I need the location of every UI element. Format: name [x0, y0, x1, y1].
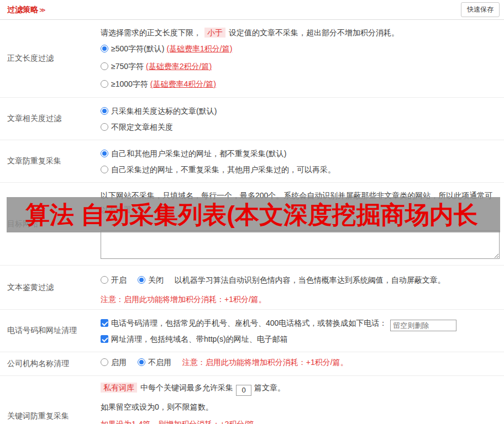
option-relevance-unlimited[interactable]: 不限定文章相关度 — [101, 119, 500, 135]
page-title[interactable]: 过滤策略≫ — [7, 5, 46, 15]
dedup-self-label: 自己采集过的网址，不重复采集，其他用户采集过的，可以再采。 — [111, 165, 335, 174]
row-label-article-dedup: 文章防重复采集 — [0, 140, 94, 182]
radio-750-chars[interactable] — [101, 62, 108, 70]
radio-relevance-default[interactable] — [101, 107, 108, 115]
option-500-label: ≥500字符(默认) — [111, 44, 164, 53]
row-label-text-length: 正文长度过滤 — [0, 20, 94, 97]
option-company-off[interactable]: 不启用 — [138, 358, 174, 367]
phone-clean-line: 电话号码清理，包括常见的手机号、座机号、400电话格式，或替换成如下电话： — [101, 315, 500, 331]
dedup-all-label: 自己和其他用户采集过的网址，都不重复采集(默认) — [111, 149, 286, 158]
phone-clean-label: 电话号码清理，包括常见的手机号、座机号、400电话格式，或替换成如下电话： — [111, 319, 387, 327]
option-url-clean[interactable]: 网址清理，包括纯域名、带http(s)的网址、电子邮箱 — [101, 335, 288, 343]
company-clean-note: 注意：启用此功能将增加积分消耗：+1积分/篇。 — [182, 358, 348, 367]
row-keyword-dedup: 关键词防重复采集 私有词库中每个关键词最多允许采集篇文章。 如果留空或设为0，则… — [0, 376, 504, 424]
option-500-fee: (基础费率1积分/篇) — [166, 44, 232, 53]
overlay-banner-text: 算法 自动采集列表(本文深度挖掘商场内长 — [7, 199, 478, 231]
company-on-label: 启用 — [111, 358, 127, 367]
row-label-company-clean: 公司机构名称清理 — [0, 352, 94, 375]
row-label-keyword-dedup: 关键词防重复采集 — [0, 376, 94, 424]
filter-strategy-page: 过滤策略≫ 快速保存 正文长度过滤 请选择需求的正文长度下限，小于设定值的文章不… — [0, 0, 504, 424]
company-off-label: 不启用 — [148, 358, 171, 367]
option-1000-chars[interactable]: ≥1000字符(基础费率4积分/篇) — [101, 75, 500, 93]
radio-500-chars[interactable] — [101, 45, 108, 52]
keyword-limit-input[interactable] — [236, 385, 251, 396]
option-750-label: ≥750字符 — [111, 62, 144, 71]
option-1000-fee: (基础费率4积分/篇) — [150, 80, 216, 88]
row-article-dedup: 文章防重复采集 自己和其他用户采集过的网址，都不重复采集(默认) 自己采集过的网… — [0, 140, 504, 183]
checkbox-url-clean[interactable] — [101, 335, 108, 343]
less-than-chip: 小于 — [204, 28, 225, 38]
quick-save-button[interactable]: 快速保存 — [461, 2, 500, 17]
row-phone-url-clean: 电话号码和网址清理 电话号码清理，包括常见的手机号、座机号、400电话格式，或替… — [0, 310, 504, 352]
keyword-limit-suffix: 篇文章。 — [254, 383, 285, 392]
row-label-porn-filter: 文本鉴黄过滤 — [0, 266, 94, 309]
company-clean-line: 启用 不启用 注意：启用此功能将增加积分消耗：+1积分/篇。 — [101, 358, 500, 368]
option-500-chars[interactable]: ≥500字符(默认)(基础费率1积分/篇) — [101, 40, 500, 57]
private-lexicon-chip: 私有词库 — [101, 383, 137, 393]
radio-company-on[interactable] — [101, 358, 108, 366]
relevance-unlimited-label: 不限定文章相关度 — [111, 123, 173, 131]
desc-post: 设定值的文章不采集，超出部分不增加积分消耗。 — [229, 28, 399, 37]
radio-1000-chars[interactable] — [101, 80, 108, 88]
relevance-default-label: 只采集相关度达标的文章(默认) — [111, 107, 217, 115]
topbar: 过滤策略≫ 快速保存 — [0, 0, 504, 20]
overlay-banner: 算法 自动采集列表(本文深度挖掘商场内长 — [7, 197, 500, 232]
row-label-phone-url: 电话号码和网址清理 — [0, 310, 94, 352]
porn-off-label: 关闭 — [148, 275, 164, 284]
row-company-clean: 公司机构名称清理 启用 不启用 注意：启用此功能将增加积分消耗：+1积分/篇。 — [0, 352, 504, 376]
url-clean-line: 网址清理，包括纯域名、带http(s)的网址、电子邮箱 — [101, 331, 500, 347]
radio-porn-off[interactable] — [138, 276, 145, 284]
option-1000-label: ≥1000字符 — [111, 80, 148, 88]
radio-dedup-self[interactable] — [101, 166, 108, 173]
desc-pre: 请选择需求的正文长度下限， — [101, 28, 201, 37]
row-text-length-filter: 正文长度过滤 请选择需求的正文长度下限，小于设定值的文章不采集，超出部分不增加积… — [0, 20, 504, 98]
option-relevance-default[interactable]: 只采集相关度达标的文章(默认) — [101, 103, 500, 119]
company-clean-content: 启用 不启用 注意：启用此功能将增加积分消耗：+1积分/篇。 — [94, 352, 504, 375]
checkbox-phone-clean[interactable] — [101, 319, 108, 327]
keyword-limit-text: 中每个关键词最多允许采集 — [140, 383, 233, 392]
radio-company-off[interactable] — [138, 358, 145, 366]
page-title-text: 过滤策略 — [7, 5, 38, 14]
keyword-limit-line: 私有词库中每个关键词最多允许采集篇文章。 — [101, 381, 500, 396]
porn-filter-desc: 以机器学习算法自动识别色情内容，当色情概率达到系统阈值，自动屏蔽文章。 — [175, 275, 445, 284]
row-label-relevance: 文章相关度过滤 — [0, 98, 94, 140]
radio-porn-on[interactable] — [101, 276, 108, 284]
radio-dedup-all[interactable] — [101, 150, 108, 157]
keyword-dedup-content: 私有词库中每个关键词最多允许采集篇文章。 如果留空或设为0，则不限篇数。 如果设… — [94, 376, 504, 424]
option-750-fee: (基础费率2积分/篇) — [146, 62, 212, 71]
phone-url-content: 电话号码清理，包括常见的手机号、座机号、400电话格式，或替换成如下电话： 网址… — [94, 310, 504, 352]
option-porn-on[interactable]: 开启 — [101, 275, 129, 284]
radio-relevance-unlimited[interactable] — [101, 123, 108, 131]
double-chevron-icon: ≫ — [39, 7, 46, 13]
text-length-content: 请选择需求的正文长度下限，小于设定值的文章不采集，超出部分不增加积分消耗。 ≥5… — [94, 20, 504, 97]
target-sites-textarea[interactable] — [101, 230, 500, 259]
option-company-on[interactable]: 启用 — [101, 358, 129, 367]
phone-replace-input[interactable] — [390, 320, 456, 331]
text-length-desc: 请选择需求的正文长度下限，小于设定值的文章不采集，超出部分不增加积分消耗。 — [101, 25, 500, 40]
row-porn-filter: 文本鉴黄过滤 开启 关闭 以机器学习算法自动识别色情内容，当色情概率达到系统阈值… — [0, 266, 504, 310]
porn-filter-content: 开启 关闭 以机器学习算法自动识别色情内容，当色情概率达到系统阈值，自动屏蔽文章… — [94, 266, 504, 309]
url-clean-label: 网址清理，包括纯域名、带http(s)的网址、电子邮箱 — [111, 335, 288, 343]
option-dedup-all[interactable]: 自己和其他用户采集过的网址，都不重复采集(默认) — [101, 146, 500, 162]
keyword-note-zero: 如果留空或设为0，则不限篇数。 — [101, 401, 500, 413]
option-phone-clean[interactable]: 电话号码清理，包括常见的手机号、座机号、400电话格式，或替换成如下电话： — [101, 319, 387, 327]
porn-filter-note: 注意：启用此功能将增加积分消耗：+1积分/篇。 — [101, 294, 500, 305]
keyword-note-1-4: 如果设为1-4篇，则增加积分消耗：+2积分/篇。 — [101, 418, 500, 424]
option-porn-off[interactable]: 关闭 — [138, 275, 166, 284]
porn-on-label: 开启 — [111, 275, 127, 284]
option-dedup-self[interactable]: 自己采集过的网址，不重复采集，其他用户采集过的，可以再采。 — [101, 162, 500, 178]
option-750-chars[interactable]: ≥750字符(基础费率2积分/篇) — [101, 57, 500, 75]
row-relevance-filter: 文章相关度过滤 只采集相关度达标的文章(默认) 不限定文章相关度 — [0, 98, 504, 140]
article-dedup-content: 自己和其他用户采集过的网址，都不重复采集(默认) 自己采集过的网址，不重复采集，… — [94, 140, 504, 182]
porn-filter-options: 开启 关闭 以机器学习算法自动识别色情内容，当色情概率达到系统阈值，自动屏蔽文章… — [101, 271, 500, 289]
relevance-content: 只采集相关度达标的文章(默认) 不限定文章相关度 — [94, 98, 504, 140]
